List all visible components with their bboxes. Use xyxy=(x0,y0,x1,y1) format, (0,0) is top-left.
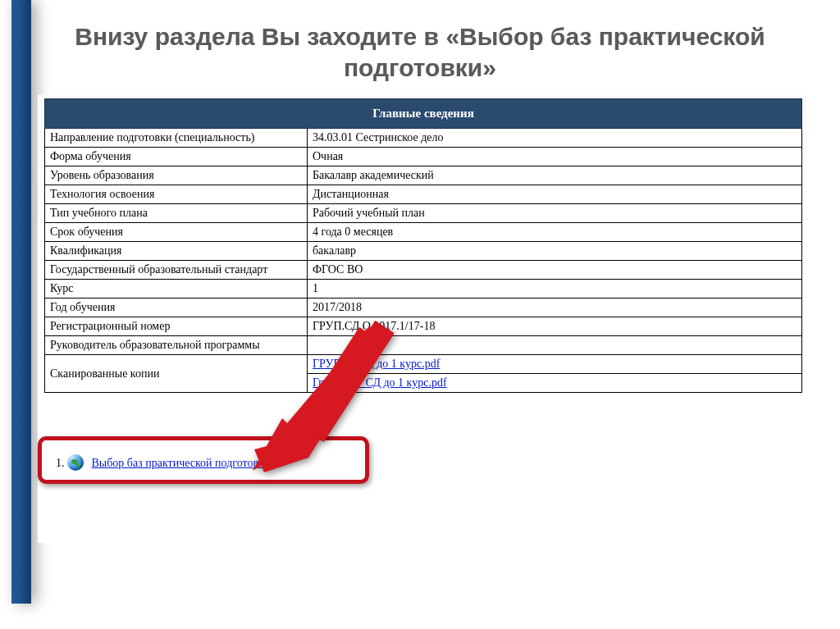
row-value: 34.03.01 Сестринское дело xyxy=(308,129,802,148)
page-title: Внизу раздела Вы заходите в «Выбор баз п… xyxy=(0,21,840,83)
row-value: бакалавр xyxy=(308,242,802,261)
table-row: Квалификациябакалавр xyxy=(45,242,802,261)
practical-bases-link[interactable]: Выбор баз практической подготовки xyxy=(92,457,271,469)
row-label: Технология освоения xyxy=(45,185,308,204)
row-label: Год обучения xyxy=(45,299,308,317)
table-row: Руководитель образовательной программы xyxy=(45,336,802,355)
table-row: Курс1 xyxy=(45,280,802,299)
table-row: Сканированные копииГРУП 17 СД до 1 курс.… xyxy=(45,355,802,374)
table-row: Направление подготовки (специальность)34… xyxy=(45,129,802,148)
globe-icon xyxy=(67,454,84,471)
row-label: Уровень образования xyxy=(45,166,308,185)
row-label: Квалификация xyxy=(45,242,308,261)
scan-file-link[interactable]: ГРУП 17 СД до 1 курс.pdf xyxy=(313,358,440,370)
row-label: Срок обучения xyxy=(45,223,308,242)
row-value: Очная xyxy=(308,148,802,166)
row-value: ГРУП.СД.О.2017.1/17-18 xyxy=(308,317,802,336)
row-label: Направление подготовки (специальность) xyxy=(45,129,308,148)
scan-file-link[interactable]: График 17 СД до 1 курс.pdf xyxy=(313,376,447,389)
row-label: Сканированные копии xyxy=(45,355,308,393)
table-row: Форма обученияОчная xyxy=(45,148,802,166)
table-row: Срок обучения4 года 0 месяцев xyxy=(45,223,802,242)
table-row: Регистрационный номерГРУП.СД.О.2017.1/17… xyxy=(45,317,802,336)
table-row: Тип учебного планаРабочий учебный план xyxy=(45,204,802,223)
info-table: Главные сведенияНаправление подготовки (… xyxy=(44,98,802,393)
row-label: Регистрационный номер xyxy=(45,317,308,336)
nav-list-item: Выбор баз практической подготовки xyxy=(67,451,372,474)
slide-side-stripe xyxy=(11,0,31,604)
table-row: Технология освоенияДистанционная xyxy=(45,185,802,204)
row-value: ФГОС ВО xyxy=(308,261,802,280)
nav-link-block: Выбор баз практической подготовки xyxy=(44,440,372,474)
row-label: Курс xyxy=(45,280,308,299)
row-value: ГРУП 17 СД до 1 курс.pdf xyxy=(308,355,802,374)
row-value: 4 года 0 месяцев xyxy=(308,223,802,242)
row-label: Тип учебного плана xyxy=(45,204,308,223)
row-value: 1 xyxy=(308,280,802,299)
row-value: Рабочий учебный план xyxy=(308,204,802,223)
row-value xyxy=(308,336,802,355)
table-row: Уровень образованияБакалавр академически… xyxy=(45,166,802,185)
row-label: Руководитель образовательной программы xyxy=(45,336,308,355)
row-value: Дистанционная xyxy=(308,185,802,204)
row-label: Государственный образовательный стандарт xyxy=(45,261,308,280)
table-row: Государственный образовательный стандарт… xyxy=(45,261,802,280)
row-label: Форма обучения xyxy=(45,148,308,166)
row-value: 2017/2018 xyxy=(308,299,802,317)
row-value: График 17 СД до 1 курс.pdf xyxy=(308,374,802,393)
table-header: Главные сведения xyxy=(45,99,802,129)
table-row: Год обучения2017/2018 xyxy=(45,299,802,317)
main-content: Главные сведенияНаправление подготовки (… xyxy=(44,98,802,393)
row-value: Бакалавр академический xyxy=(308,166,802,185)
